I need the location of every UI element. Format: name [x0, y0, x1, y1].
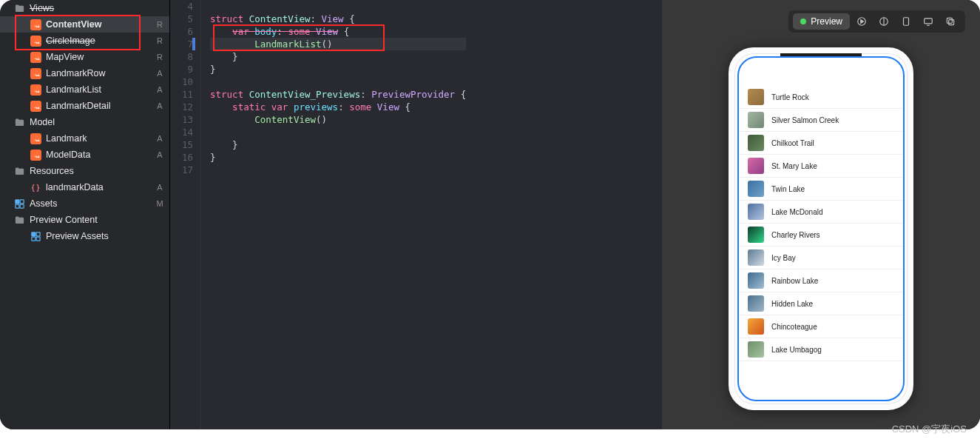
- svg-rect-9: [20, 199, 24, 203]
- line-number: 15: [170, 138, 193, 151]
- list-item[interactable]: Icy Bay: [739, 247, 903, 269]
- nav-file[interactable]: LandmarkDetailA: [0, 98, 169, 114]
- thumbnail-icon: [748, 112, 764, 128]
- nav-file[interactable]: ContentViewR: [0, 16, 169, 33]
- nav-group-label: Assets: [30, 198, 155, 209]
- code-line[interactable]: ContentView(): [210, 113, 466, 126]
- landmark-name: Chilkoot Trail: [771, 139, 814, 147]
- landmark-list[interactable]: Turtle RockSilver Salmon CreekChilkoot T…: [739, 58, 903, 361]
- nav-file[interactable]: CircleImageR: [0, 33, 169, 49]
- code-area[interactable]: struct ContentView: View { var body: som…: [201, 0, 466, 429]
- nav-file[interactable]: LandmarkA: [0, 130, 169, 147]
- svg-rect-5: [30, 101, 41, 112]
- code-line[interactable]: [210, 76, 466, 88]
- nav-file[interactable]: Preview Assets: [0, 228, 169, 244]
- list-item[interactable]: Charley Rivers: [739, 224, 903, 247]
- change-bar: [192, 38, 195, 50]
- list-item[interactable]: Lake Umbagog: [739, 338, 903, 361]
- code-line[interactable]: struct ContentView: View {: [210, 13, 466, 25]
- line-gutter: 4567891011121314151617: [170, 0, 201, 429]
- code-editor[interactable]: 4567891011121314151617 struct ContentVie…: [170, 0, 662, 429]
- nav-file[interactable]: MapViewR: [0, 49, 169, 65]
- vcs-badge: R: [155, 53, 165, 61]
- code-line[interactable]: struct ContentView_Previews: PreviewProv…: [210, 88, 466, 101]
- preview-display-icon[interactable]: [918, 13, 939, 30]
- svg-rect-7: [30, 150, 41, 161]
- thumbnail-icon: [748, 249, 764, 266]
- line-number: 16: [170, 151, 193, 164]
- code-line[interactable]: }: [210, 63, 466, 76]
- code-line[interactable]: var body: some View {: [210, 25, 466, 38]
- list-item[interactable]: Chincoteague: [739, 315, 903, 338]
- landmark-name: St. Mary Lake: [771, 162, 817, 170]
- list-item[interactable]: Lake McDonald: [739, 201, 903, 224]
- assets-icon: [13, 198, 25, 210]
- svg-rect-14: [31, 237, 35, 241]
- list-item[interactable]: Chilkoot Trail: [739, 132, 903, 155]
- vcs-badge: A: [155, 183, 165, 192]
- thumbnail-icon: [748, 318, 764, 335]
- preview-device-icon[interactable]: [896, 13, 916, 30]
- nav-file-label: landmarkData: [46, 182, 155, 192]
- nav-file[interactable]: { }landmarkDataA: [0, 179, 169, 195]
- thumbnail-icon: [748, 295, 764, 312]
- nav-file[interactable]: LandmarkRowA: [0, 65, 169, 81]
- list-item[interactable]: Twin Lake: [739, 178, 903, 201]
- line-number: 13: [170, 113, 193, 126]
- code-line[interactable]: }: [210, 138, 466, 151]
- device-screen: Turtle RockSilver Salmon CreekChilkoot T…: [737, 56, 905, 401]
- svg-rect-21: [925, 19, 933, 24]
- project-navigator: ViewsContentViewRCircleImageRMapViewRLan…: [0, 0, 170, 429]
- folder-icon: [13, 2, 25, 14]
- code-line[interactable]: [210, 0, 466, 13]
- swift-icon: [30, 84, 41, 95]
- swift-icon: [30, 149, 41, 161]
- list-item[interactable]: Silver Salmon Creek: [739, 109, 903, 132]
- thumbnail-icon: [748, 89, 764, 105]
- watermark: CSDN @宇夜iOS: [892, 423, 967, 436]
- code-line[interactable]: [210, 164, 466, 176]
- nav-group[interactable]: Model: [0, 114, 169, 130]
- thumbnail-icon: [748, 204, 764, 220]
- preview-status-pill[interactable]: Preview: [793, 13, 850, 30]
- swift-icon: [30, 100, 41, 112]
- preview-run-icon[interactable]: [851, 13, 872, 30]
- list-item[interactable]: St. Mary Lake: [739, 155, 903, 178]
- svg-rect-6: [30, 133, 41, 144]
- code-line[interactable]: [210, 126, 466, 138]
- landmark-name: Rainbow Lake: [771, 277, 818, 285]
- nav-file-label: LandmarkList: [46, 84, 155, 95]
- vcs-badge: M: [155, 199, 165, 208]
- code-line[interactable]: }: [210, 151, 466, 164]
- landmark-name: Icy Bay: [771, 254, 796, 262]
- preview-duplicate-icon[interactable]: [940, 13, 961, 30]
- nav-group[interactable]: Resources: [0, 163, 169, 179]
- nav-group[interactable]: Views: [0, 0, 169, 16]
- nav-group-label: Preview Content: [30, 215, 165, 225]
- folder-icon: [13, 116, 25, 128]
- thumbnail-icon: [748, 181, 764, 197]
- thumbnail-icon: [748, 227, 764, 243]
- list-item[interactable]: Hidden Lake: [739, 292, 903, 315]
- svg-rect-4: [30, 84, 41, 95]
- folder-icon: [13, 214, 25, 226]
- list-item[interactable]: Turtle Rock: [739, 86, 903, 109]
- landmark-name: Turtle Rock: [771, 93, 809, 101]
- nav-file[interactable]: LandmarkListA: [0, 81, 169, 98]
- nav-file[interactable]: ModelDataA: [0, 147, 169, 163]
- nav-file-label: ContentView: [46, 19, 155, 30]
- line-number: 17: [170, 164, 193, 176]
- svg-rect-24: [947, 18, 952, 23]
- code-line[interactable]: }: [210, 50, 466, 63]
- nav-group[interactable]: Preview Content: [0, 212, 169, 228]
- svg-rect-3: [30, 68, 41, 79]
- code-line[interactable]: LandmarkList(): [210, 38, 466, 50]
- nav-group[interactable]: AssetsM: [0, 195, 169, 212]
- code-line[interactable]: static var previews: some View {: [210, 101, 466, 113]
- list-item[interactable]: Rainbow Lake: [739, 269, 903, 292]
- swift-icon: [30, 51, 41, 63]
- line-number: 11: [170, 88, 193, 101]
- preview-variants-icon[interactable]: [873, 13, 894, 30]
- nav-file-label: CircleImage: [46, 36, 155, 46]
- line-number: 12: [170, 101, 193, 113]
